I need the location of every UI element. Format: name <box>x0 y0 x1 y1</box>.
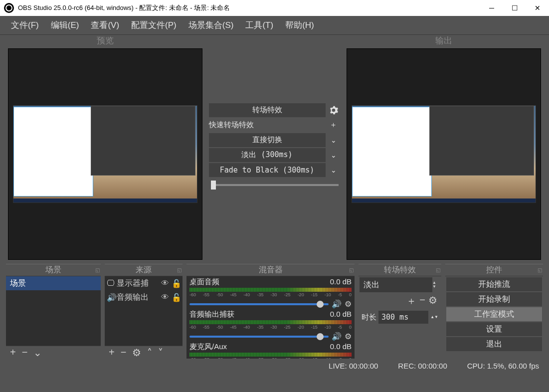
transition-panel: 转场特效◱ 淡出 ▲▼ ＋ − ⚙ 时长 300 ms ▲▼ <box>359 264 441 359</box>
menu-scene-collection[interactable]: 场景集合(S) <box>183 17 240 33</box>
transition-props-icon[interactable]: ⚙ <box>428 294 437 308</box>
scenes-panel: 场景◱ 场景 + − ⌄ <box>6 264 101 359</box>
preview-viewport[interactable] <box>8 48 202 260</box>
minimize-button[interactable]: ─ <box>480 0 503 16</box>
preview-label: 预览 <box>97 33 114 48</box>
menu-file[interactable]: 文件(F) <box>5 17 45 33</box>
close-button[interactable]: ✕ <box>526 0 549 16</box>
channel-name: 桌面音频 <box>189 277 219 287</box>
mixer-channel: 音频输出捕获0.0 dB -60-55-50-45-40-35-30-25-20… <box>186 309 355 341</box>
volume-meter <box>189 288 352 292</box>
lock-toggle-icon[interactable]: 🔓 <box>172 293 181 302</box>
control-button[interactable]: 工作室模式 <box>446 307 542 321</box>
volume-slider[interactable] <box>189 336 329 338</box>
tbar-slider[interactable] <box>209 178 341 192</box>
volume-meter <box>189 320 352 324</box>
status-bar: LIVE: 00:00:00 REC: 00:00:00 CPU: 1.5%, … <box>0 359 549 373</box>
transition-select[interactable]: 淡出 <box>360 277 432 292</box>
control-button[interactable]: 开始录制 <box>446 292 542 306</box>
channel-settings-icon[interactable]: ⚙ <box>345 332 352 341</box>
menu-view[interactable]: 查看(V) <box>85 17 125 33</box>
control-button[interactable]: 开始推流 <box>446 277 542 291</box>
studio-area: 预览 转场特效 快速转场特效 ＋ 直接切换 ⌄ 淡出 (300ms) ⌄ Fad… <box>0 35 549 264</box>
status-rec: REC: 00:00:00 <box>398 362 447 370</box>
quick-transition-label: 快速转场特效 <box>209 120 327 130</box>
control-button[interactable]: 退出 <box>446 337 542 351</box>
maximize-button[interactable]: ☐ <box>503 0 526 16</box>
menu-tools[interactable]: 工具(T) <box>239 17 279 33</box>
add-source-button[interactable]: + <box>107 347 117 358</box>
menu-bar: 文件(F) 编辑(E) 查看(V) 配置文件(P) 场景集合(S) 工具(T) … <box>0 16 549 35</box>
source-name: 显示器捕 <box>117 278 159 289</box>
channel-db: 0.0 dB <box>330 342 352 352</box>
controls-title: 控件 <box>486 265 502 275</box>
scenes-title: 场景 <box>45 265 61 275</box>
move-up-icon[interactable]: ˄ <box>145 347 154 359</box>
controls-panel: 控件◱ 开始推流开始录制工作室模式设置退出 <box>445 264 543 359</box>
mute-icon[interactable]: 🔊 <box>332 299 342 309</box>
channel-db: 0.0 dB <box>330 310 352 319</box>
channel-settings-icon[interactable]: ⚙ <box>345 299 352 309</box>
mixer-channel: 桌面音频0.0 dB -60-55-50-45-40-35-30-25-20-1… <box>186 276 355 309</box>
quick-fade-button[interactable]: 淡出 (300ms) <box>209 148 326 162</box>
transition-spinner[interactable]: ▲▼ <box>432 277 440 292</box>
add-quick-transition-icon[interactable]: ＋ <box>327 118 341 132</box>
sources-panel: 来源◱ 🖵 显示器捕 👁 🔓 🔊 音频输出 👁 🔓 + − ⚙ ˄ ˅ <box>105 264 183 359</box>
channel-name: 麦克风/Aux <box>189 342 227 352</box>
sources-title: 来源 <box>136 265 152 275</box>
popout-icon[interactable]: ◱ <box>349 267 354 273</box>
move-down-icon[interactable]: ˅ <box>156 347 165 359</box>
menu-profile[interactable]: 配置文件(P) <box>125 17 183 33</box>
volume-slider[interactable] <box>189 303 329 305</box>
lock-toggle-icon[interactable]: 🔓 <box>172 279 181 288</box>
visibility-toggle-icon[interactable]: 👁 <box>161 293 170 302</box>
obs-logo-icon <box>4 3 14 13</box>
remove-source-button[interactable]: − <box>119 347 129 358</box>
popout-icon[interactable]: ◱ <box>538 267 542 273</box>
status-live: LIVE: 00:00:00 <box>329 362 378 370</box>
scene-order-button[interactable]: ⌄ <box>31 347 44 359</box>
visibility-toggle-icon[interactable]: 👁 <box>161 279 170 288</box>
transition-title: 转场特效 <box>384 265 416 275</box>
dock-panels: 场景◱ 场景 + − ⌄ 来源◱ 🖵 显示器捕 👁 🔓 🔊 音频输出 👁 🔓 <box>0 264 549 359</box>
output-viewport[interactable] <box>347 48 541 260</box>
source-item[interactable]: 🔊 音频输出 👁 🔓 <box>105 290 183 304</box>
transition-column: 转场特效 快速转场特效 ＋ 直接切换 ⌄ 淡出 (300ms) ⌄ Fade t… <box>209 35 341 260</box>
quick-cut-button[interactable]: 直接切换 <box>209 133 326 147</box>
quick-ftb-button[interactable]: Fade to Black (300ms) <box>209 163 326 177</box>
popout-icon[interactable]: ◱ <box>436 267 440 273</box>
mute-icon[interactable]: 🔊 <box>332 332 342 341</box>
mixer-panel: 混音器◱ 桌面音频0.0 dB -60-55-50-45-40-35-30-25… <box>186 264 355 359</box>
mixer-title: 混音器 <box>259 265 283 275</box>
popout-icon[interactable]: ◱ <box>95 267 100 273</box>
chevron-down-icon[interactable]: ⌄ <box>327 163 341 177</box>
source-settings-icon[interactable]: ⚙ <box>130 347 143 359</box>
channel-name: 音频输出捕获 <box>189 310 234 319</box>
window-title: OBS Studio 25.0.0-rc6 (64-bit, windows) … <box>18 3 480 12</box>
control-button[interactable]: 设置 <box>446 322 542 336</box>
transition-settings-icon[interactable] <box>327 103 341 117</box>
chevron-down-icon[interactable]: ⌄ <box>327 133 341 147</box>
menu-help[interactable]: 帮助(H) <box>279 17 320 33</box>
add-transition-icon[interactable]: ＋ <box>406 294 416 308</box>
mixer-channel: 麦克风/Aux0.0 dB -60-55-50-45-40-35-30-25-2… <box>186 341 355 359</box>
remove-scene-button[interactable]: − <box>20 347 30 358</box>
speaker-icon: 🔊 <box>107 293 115 302</box>
chevron-down-icon[interactable]: ⌄ <box>327 148 341 162</box>
status-cpu: CPU: 1.5%, 60.00 fps <box>467 362 539 370</box>
popout-icon[interactable]: ◱ <box>177 267 182 273</box>
transition-button[interactable]: 转场特效 <box>209 103 326 117</box>
duration-label: 时长 <box>362 313 376 322</box>
duration-spinner[interactable]: ▲▼ <box>430 315 438 319</box>
source-item[interactable]: 🖵 显示器捕 👁 🔓 <box>105 276 183 290</box>
volume-meter <box>189 353 352 357</box>
remove-transition-icon[interactable]: − <box>419 294 425 308</box>
output-label: 输出 <box>435 33 452 48</box>
add-scene-button[interactable]: + <box>8 347 18 358</box>
window-titlebar: OBS Studio 25.0.0-rc6 (64-bit, windows) … <box>0 0 549 16</box>
channel-db: 0.0 dB <box>330 277 352 287</box>
duration-input[interactable]: 300 ms <box>378 311 428 324</box>
scene-item[interactable]: 场景 <box>6 276 101 290</box>
menu-edit[interactable]: 编辑(E) <box>45 17 85 33</box>
monitor-icon: 🖵 <box>107 279 115 288</box>
